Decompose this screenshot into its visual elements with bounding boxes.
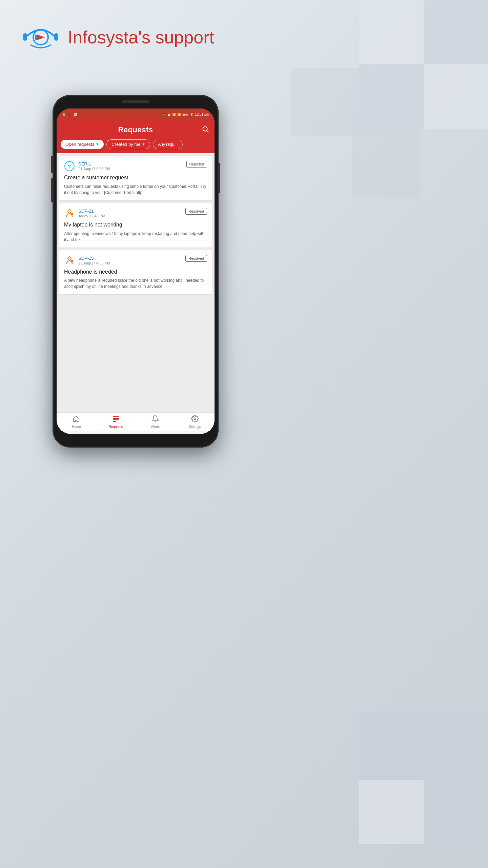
card-id-date-sdp15: SDP-15 23/Aug/17 4:36 PM [78,256,110,265]
phone-notch [122,100,149,103]
question-icon: ? [64,161,75,171]
nav-label-settings: Settings [189,425,201,429]
svg-rect-1 [54,33,58,41]
status-badge-ser1: Rejected [186,161,207,167]
card-icon-sdp21: + [64,208,75,219]
mute-icon: 🔕 [162,113,166,116]
filter-open-requests-label: Open requests [65,142,94,147]
svg-rect-15 [113,419,119,420]
home-icon [73,415,80,424]
svg-rect-4 [35,35,37,40]
nav-item-settings[interactable]: Settings [175,415,215,429]
filter-any-request[interactable]: Any requ... [153,140,183,149]
filter-any-request-label: Any requ... [158,142,178,147]
signal-icon: 📶 [177,113,181,116]
nav-label-home: Home [72,425,81,429]
nav-item-requests[interactable]: Requests [96,415,136,429]
card-id-date-ser1: SER-1 21/Aug/17 5:33 PM [78,161,110,171]
toolbar-title: Requests [118,125,153,134]
card-title-ser1: Create a customer request [64,174,207,181]
nav-item-home[interactable]: Home [57,415,96,429]
card-date-sdp15: 23/Aug/17 4:36 PM [78,261,110,265]
card-meta-sdp15: + SDP-15 23/Aug/17 4:36 PM [64,255,110,266]
card-id-sdp15[interactable]: SDP-15 [78,256,110,261]
status-bar: 🔒 📞 🖼 🔕 ⏰ 📶 📶 59% 🔋 12:51 pm [57,108,215,120]
bottom-navigation: Home Requests [57,412,215,431]
filter-open-requests-arrow: ▼ [96,142,99,146]
battery-percent: 59% [182,113,188,116]
status-icon-1: 🔒 [62,113,66,116]
requests-icon [112,415,120,424]
card-header-sdp15: + SDP-15 23/Aug/17 4:36 PM Resolved [64,255,207,266]
svg-text:+: + [71,213,72,215]
status-bar-left-icons: 🔒 📞 🖼 [62,113,77,116]
filter-created-by-me[interactable]: Created by me ▼ [106,139,150,149]
card-header-ser1: ? SER-1 21/Aug/17 5:33 PM Rejected [64,161,207,172]
svg-point-10 [68,257,71,260]
svg-rect-14 [113,418,119,419]
phone-screen: 🔒 📞 🖼 🔕 ⏰ 📶 📶 59% 🔋 12:51 pm Requests [57,108,215,434]
battery-icon: 🔋 [190,113,194,116]
card-date-ser1: 21/Aug/17 5:33 PM [78,167,110,171]
alarm-icon: ⏰ [167,113,171,116]
app-header: Infosysta's support [20,20,214,54]
card-header-sdp21: + SDP-21 Today 12:49 PM Resolved [64,208,207,219]
person-icon-sdp21: + [64,208,75,218]
phone-volume-up [51,156,53,173]
phone-device: 🔒 📞 🖼 🔕 ⏰ 📶 📶 59% 🔋 12:51 pm Requests [53,95,219,448]
search-icon[interactable] [202,125,209,135]
phone-frame: 🔒 📞 🖼 🔕 ⏰ 📶 📶 59% 🔋 12:51 pm Requests [53,95,219,448]
card-meta-sdp21: + SDP-21 Today 12:49 PM [64,208,105,219]
card-icon-sdp15: + [64,255,75,266]
filter-bar: Open requests ▼ Created by me ▼ Any requ… [57,139,215,153]
alerts-icon [151,415,159,424]
card-id-ser1[interactable]: SER-1 [78,161,110,166]
filter-open-requests[interactable]: Open requests ▼ [61,140,104,149]
svg-rect-0 [23,33,27,41]
person-icon-sdp15: + [64,255,75,265]
nav-item-alerts[interactable]: Alerts [136,415,175,429]
infosysta-logo [20,20,61,54]
svg-rect-13 [113,416,119,417]
svg-point-5 [203,126,207,131]
card-desc-ser1: Customers can raise requests using simpl… [64,183,207,196]
request-card-sdp15[interactable]: + SDP-15 23/Aug/17 4:36 PM Resolved Head… [59,250,212,295]
card-date-sdp21: Today 12:49 PM [78,214,105,218]
svg-point-7 [68,210,71,213]
svg-text:+: + [71,260,72,262]
phone-power-button [219,163,220,193]
filter-created-by-me-label: Created by me [111,142,140,147]
svg-line-6 [207,131,208,132]
wifi-icon: 📶 [172,113,176,116]
nav-label-alerts: Alerts [151,425,160,429]
nav-label-requests: Requests [109,425,123,429]
card-title-sdp15: Headphone is needed [64,269,207,276]
settings-icon [191,415,199,424]
status-badge-sdp15: Resolved [185,255,207,262]
status-icon-3: 🖼 [74,113,77,116]
card-id-date-sdp21: SDP-21 Today 12:49 PM [78,209,105,218]
status-badge-sdp21: Resolved [185,208,207,215]
card-desc-sdp21: After updating to windows 10 my laptops … [64,231,207,243]
card-icon-ser1: ? [64,161,75,172]
requests-list: ? SER-1 21/Aug/17 5:33 PM Rejected Creat… [57,153,215,412]
phone-volume-down [51,178,53,202]
svg-rect-16 [113,421,116,422]
card-id-sdp21[interactable]: SDP-21 [78,209,105,214]
app-title: Infosysta's support [68,27,214,47]
status-bar-right: 🔕 ⏰ 📶 📶 59% 🔋 12:51 pm [162,113,209,116]
card-desc-sdp15: A new headphone is required since the ol… [64,277,207,290]
request-card-sdp21[interactable]: + SDP-21 Today 12:49 PM Resolved My lapt… [59,203,212,248]
status-time: 12:51 pm [195,113,209,116]
status-icon-2: 📞 [68,113,72,116]
app-toolbar: Requests [57,120,215,139]
card-meta-ser1: ? SER-1 21/Aug/17 5:33 PM [64,161,110,172]
filter-created-arrow: ▼ [142,142,145,146]
request-card-ser1[interactable]: ? SER-1 21/Aug/17 5:33 PM Rejected Creat… [59,156,212,200]
card-title-sdp21: My laptop is not working [64,221,207,229]
svg-marker-3 [37,35,45,40]
svg-point-17 [194,418,196,420]
